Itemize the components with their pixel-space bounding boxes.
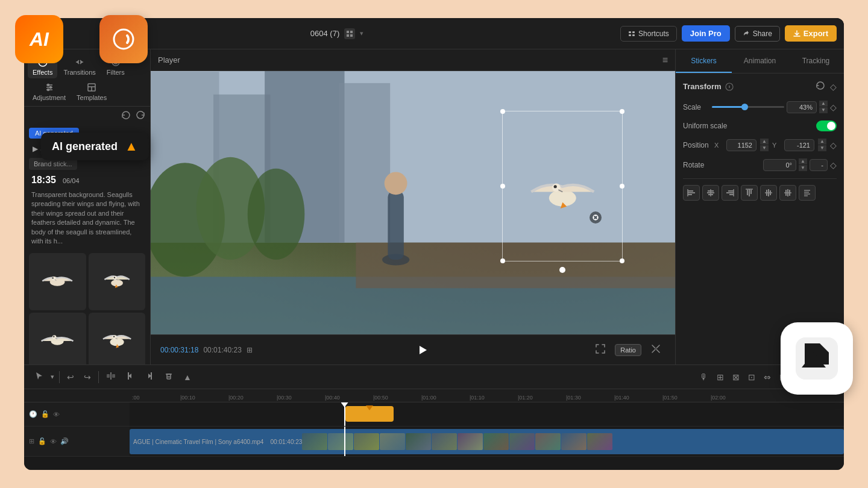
handle-tr[interactable] [620, 109, 624, 114]
track-clock-icon[interactable]: 🕐 [29, 410, 37, 418]
uniform-scale-toggle[interactable] [816, 120, 837, 131]
video-track-audio-icon[interactable]: 🔊 [60, 437, 69, 445]
trim-left-button[interactable] [123, 369, 137, 385]
align-center-h[interactable] [702, 185, 719, 201]
share-button[interactable]: Share [735, 26, 780, 42]
timeline-tracks: 🕐 🔓 👁 ⊞ 🔓 👁 [24, 402, 844, 470]
video-track-content[interactable]: AGUE | Cinematic Travel Film | Sony a640… [130, 427, 844, 457]
sticker-clip[interactable] [345, 406, 394, 422]
video-clip[interactable]: AGUE | Cinematic Travel Film | Sony a640… [130, 429, 844, 454]
select-tool[interactable] [31, 369, 46, 385]
join-pro-button[interactable]: Join Pro [682, 25, 730, 42]
refresh-icon-2[interactable] [136, 110, 145, 120]
center-panel: Player ≡ [151, 49, 675, 364]
tab-stickers[interactable]: Stickers [676, 49, 732, 73]
delete-button[interactable] [162, 369, 176, 385]
refresh-icon[interactable] [121, 110, 131, 120]
rotate-handle[interactable] [559, 267, 565, 273]
track-lock-icon[interactable]: 🔓 [41, 410, 49, 418]
ruler-mark-6: |01:00 [421, 395, 470, 401]
align-top[interactable] [741, 185, 758, 201]
arrow-icon[interactable]: ⇔ [761, 370, 773, 384]
svg-rect-0 [347, 31, 349, 33]
rotate-down[interactable]: ▼ [799, 165, 807, 171]
shortcuts-button[interactable]: Shortcuts [620, 26, 677, 42]
pos-y-up[interactable]: ▲ [818, 139, 826, 145]
position-label: Position [683, 141, 709, 149]
ruler-mark-0: :00 [132, 395, 180, 401]
handle-ml[interactable] [500, 184, 505, 189]
scale-keyframe[interactable]: ◇ [830, 102, 837, 112]
select-dropdown[interactable]: ▾ [51, 373, 54, 381]
tab-tracking[interactable]: Tracking [788, 49, 844, 73]
sticker-track-content[interactable] [130, 402, 844, 427]
main-content: Effects Transitions Filters Adjustment T… [24, 49, 844, 364]
sticker-grid [29, 253, 145, 364]
tab-adjustment[interactable]: Adjustment [28, 80, 71, 104]
project-title: 0604 (7) [310, 29, 339, 38]
undo-button[interactable]: ↩ [64, 370, 77, 384]
svg-rect-86 [112, 374, 115, 378]
svg-rect-56 [688, 190, 693, 192]
sticker-tool[interactable]: ▲ [181, 370, 194, 384]
position-keyframe[interactable]: ◇ [830, 140, 837, 150]
video-track-grid-icon[interactable]: ⊞ [29, 437, 34, 445]
layout-icon[interactable] [344, 28, 355, 39]
split-button[interactable] [104, 369, 118, 385]
time-display: 00:00:31:18 00:01:40:23 ⊞ [160, 346, 253, 354]
handle-bl[interactable] [500, 258, 505, 263]
pos-x-up[interactable]: ▲ [760, 139, 769, 145]
lock-icon[interactable]: ⊡ [746, 370, 758, 384]
handle-br[interactable] [620, 258, 624, 263]
scale-input[interactable] [787, 101, 817, 113]
svg-rect-7 [632, 34, 635, 36]
align-text[interactable] [799, 185, 816, 201]
fullscreen-icon[interactable] [591, 342, 610, 358]
sticker-cell-1[interactable] [29, 253, 86, 310]
player-menu-icon[interactable]: ≡ [662, 55, 668, 66]
align-left[interactable] [683, 185, 700, 201]
reset-icon[interactable] [816, 81, 825, 92]
sticker-cell-4[interactable] [89, 313, 146, 364]
trim-icon[interactable]: ⊠ [730, 370, 742, 384]
svg-rect-2 [347, 34, 349, 37]
play-button[interactable] [412, 340, 432, 360]
tab-animation[interactable]: Animation [732, 49, 788, 73]
position-row: Position X ▲ ▼ Y ▲ [683, 139, 837, 151]
tab-transitions[interactable]: Transitions [58, 54, 100, 78]
align-right[interactable] [722, 185, 738, 201]
trim-right-button[interactable] [142, 369, 157, 385]
sticker-cell-2[interactable] [89, 253, 146, 310]
track-eye-icon[interactable]: 👁 [53, 411, 60, 418]
align-justify[interactable] [779, 185, 796, 201]
scale-slider[interactable] [712, 106, 784, 108]
handle-mr[interactable] [620, 184, 624, 189]
pos-y-down[interactable]: ▼ [818, 145, 826, 151]
tab-templates[interactable]: Templates [72, 80, 112, 104]
pos-x-down[interactable]: ▼ [760, 145, 769, 151]
ruler-mark-10: |01:40 [614, 395, 662, 401]
link-icon[interactable]: ⊞ [714, 370, 726, 384]
scale-down[interactable]: ▼ [819, 107, 828, 113]
rotate-up[interactable]: ▲ [799, 158, 807, 164]
export-button[interactable]: Export [785, 25, 837, 42]
ai-tooltip-text: AI generated [52, 140, 118, 153]
sticker-cell-3[interactable] [29, 313, 86, 364]
align-center-v[interactable] [760, 185, 777, 201]
transform-box[interactable] [502, 111, 623, 261]
position-x-input[interactable] [726, 139, 756, 151]
diamond-reset-icon[interactable]: ◇ [830, 81, 837, 92]
timestamp-info: 18:35 06/04 [29, 170, 145, 188]
video-track-lock-icon[interactable]: 🔓 [38, 437, 46, 445]
handle-tl[interactable] [500, 109, 505, 114]
mic-button[interactable]: 🎙 [697, 370, 711, 384]
expand-icon[interactable] [646, 342, 665, 358]
rotate-dash-input[interactable] [810, 159, 828, 171]
ratio-button[interactable]: Ratio [615, 344, 641, 356]
position-y-input[interactable] [784, 139, 814, 151]
scale-up[interactable]: ▲ [819, 101, 828, 107]
video-track-eye-icon[interactable]: 👁 [50, 438, 57, 445]
rotate-input[interactable] [763, 159, 796, 171]
redo-button[interactable]: ↪ [81, 370, 93, 384]
rotate-keyframe[interactable]: ◇ [830, 160, 837, 170]
